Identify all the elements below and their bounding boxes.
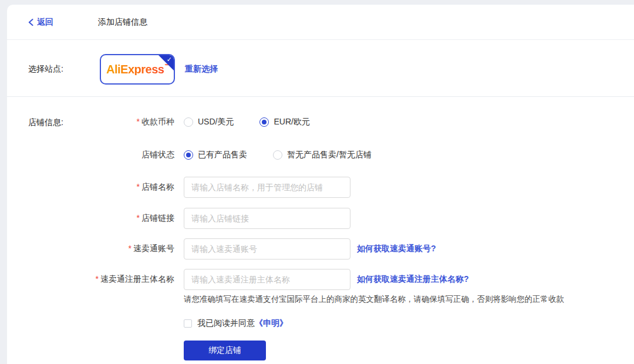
agreement-checkbox[interactable] [184,319,192,328]
radio-no-products-label: 暂无产品售卖/暂无店铺 [287,150,372,160]
radio-unchecked-icon [184,117,193,127]
required-mark: * [137,117,140,126]
check-icon: ✓ [167,56,172,63]
header: 返回 添加店铺信息 [7,5,634,40]
back-chevron-icon [28,19,33,26]
account-help-link[interactable]: 如何获取速卖通账号? [357,244,436,254]
entity-name-row: *速卖通注册主体名称 如何获取速卖通注册主体名称? [7,269,634,290]
back-label: 返回 [37,17,53,28]
radio-eur-label: EUR/欧元 [274,117,309,127]
agreement-row: 我已阅读并同意《申明》 [184,318,634,329]
required-mark: * [137,213,140,223]
store-link-label: *店铺链接 [7,213,174,224]
radio-usd[interactable]: USD/美元 [184,117,234,127]
store-name-label: *店铺名称 [7,182,174,193]
bind-store-button[interactable]: 绑定店铺 [184,341,266,360]
agreement-text: 我已阅读并同意 [197,318,255,329]
required-mark: * [137,182,140,191]
back-button[interactable]: 返回 [28,17,53,28]
status-row: 店铺状态 已有产品售卖 暂无产品售卖/暂无店铺 [7,144,634,166]
entity-name-label: *速卖通注册主体名称 [7,274,174,285]
store-link-input[interactable] [184,208,350,229]
required-mark: * [96,274,99,284]
radio-no-products[interactable]: 暂无产品售卖/暂无店铺 [273,150,372,160]
entity-name-input[interactable] [184,269,350,290]
site-section-label: 选择站点: [28,64,100,75]
radio-eur[interactable]: EUR/欧元 [259,117,309,127]
radio-has-products[interactable]: 已有产品售卖 [184,150,247,160]
store-info-section: 店铺信息: *收款币种 USD/美元 EUR/欧元 店铺状态 已 [7,97,634,360]
store-link-row: *店铺链接 [7,208,634,229]
radio-checked-icon [259,117,269,127]
entity-name-note: 请您准确填写在速卖通支付宝国际平台上的商家的英文翻译名称，请确保填写正确，否则将… [184,295,634,304]
status-label: 店铺状态 [7,150,174,160]
radio-usd-label: USD/美元 [198,117,234,127]
add-store-panel: 返回 添加店铺信息 选择站点: AliExpress™ ✓ 重新选择 店铺信息:… [7,5,634,364]
store-name-row: *店铺名称 [7,177,634,198]
radio-has-products-label: 已有产品售卖 [198,150,247,160]
entity-help-link[interactable]: 如何获取速卖通注册主体名称? [357,274,469,285]
page-title: 添加店铺信息 [98,17,147,28]
store-name-input[interactable] [184,177,350,198]
status-options: 已有产品售卖 暂无产品售卖/暂无店铺 [184,150,372,160]
currency-options: USD/美元 EUR/欧元 [184,117,310,127]
aliexpress-account-input[interactable] [184,238,350,259]
store-info-section-label: 店铺信息: [28,112,63,133]
radio-unchecked-icon [273,150,282,160]
currency-row: *收款币种 USD/美元 EUR/欧元 [7,112,634,133]
site-section: 选择站点: AliExpress™ ✓ 重新选择 [7,40,634,97]
radio-checked-icon [184,150,193,160]
aliexpress-site-card[interactable]: AliExpress™ ✓ [100,54,175,85]
aliexpress-account-label: *速卖通账号 [7,244,174,254]
required-mark: * [129,244,131,253]
aliexpress-account-row: *速卖通账号 如何获取速卖通账号? [7,238,634,259]
statement-link[interactable]: 《申明》 [255,318,288,329]
reselect-link[interactable]: 重新选择 [185,64,218,75]
